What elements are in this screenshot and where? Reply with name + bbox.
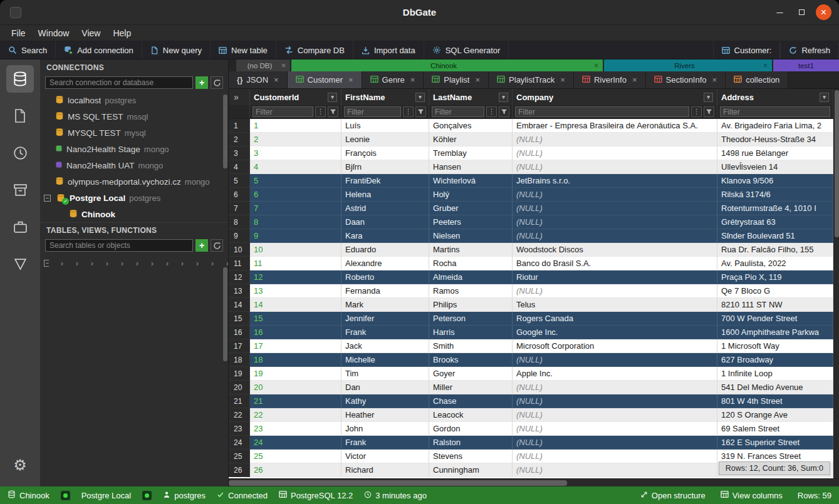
cell-address[interactable]: 1 Microsoft Way bbox=[717, 339, 833, 353]
cell-lastname[interactable]: Chase bbox=[429, 394, 513, 408]
cell-customerid[interactable]: 5 bbox=[250, 174, 341, 188]
db-tab-no-db[interactable]: (no DB)× bbox=[236, 59, 290, 71]
connection-nano2health-stage[interactable]: Nano2Health Stagemongo bbox=[40, 141, 228, 157]
cell-company[interactable]: (NULL) bbox=[513, 353, 717, 367]
table-public-mediatype[interactable]: ›public.MediaType bbox=[154, 255, 169, 271]
connections-scrollbar[interactable] bbox=[223, 95, 227, 168]
cell-firstname[interactable]: Michelle bbox=[341, 353, 429, 367]
cell-firstname[interactable]: Jennifer bbox=[341, 312, 429, 326]
history-icon[interactable] bbox=[6, 139, 34, 167]
filter-menu-lastname[interactable]: ⋮ bbox=[486, 106, 497, 117]
cell-lastname[interactable]: Leacock bbox=[429, 408, 513, 422]
tables-group[interactable]: −Tables (13) bbox=[40, 255, 49, 271]
cell-company[interactable]: Banco do Brasil S.A. bbox=[513, 257, 717, 270]
minimize-button[interactable]: ─ bbox=[772, 4, 788, 20]
cell-address[interactable]: Rilská 3174/6 bbox=[717, 188, 833, 202]
column-header-firstname[interactable]: FirstName▾ bbox=[341, 89, 429, 105]
row-number[interactable]: 5 bbox=[229, 174, 250, 188]
column-header-company[interactable]: Company▾ bbox=[513, 89, 717, 105]
cell-lastname[interactable]: Cunningham bbox=[429, 463, 513, 477]
chevron-right-icon[interactable]: › bbox=[194, 259, 199, 268]
archive-icon[interactable] bbox=[6, 176, 34, 203]
cell-lastname[interactable]: Wichterlová bbox=[429, 174, 513, 188]
cell-company[interactable]: (NULL) bbox=[513, 133, 717, 147]
cell-address[interactable]: 1 Infinite Loop bbox=[717, 367, 833, 381]
menu-view[interactable]: View bbox=[75, 27, 107, 39]
cell-address[interactable]: 1498 rue Bélanger bbox=[717, 147, 833, 160]
table-public-employee[interactable]: ›public.Employee bbox=[94, 255, 109, 271]
cell-customerid[interactable]: 23 bbox=[250, 422, 341, 436]
cell-company[interactable]: (NULL) bbox=[513, 284, 717, 298]
connection-localhost[interactable]: localhostpostgres bbox=[40, 92, 228, 108]
horizontal-scrollbar-thumb[interactable] bbox=[229, 480, 567, 486]
cell-company[interactable]: (NULL) bbox=[513, 160, 717, 174]
filter-menu-customerid[interactable]: ⋮ bbox=[315, 106, 326, 117]
toolbar-add-connection-button[interactable]: Add connection bbox=[56, 41, 142, 59]
cell-lastname[interactable]: Martins bbox=[429, 243, 513, 257]
row-number[interactable]: 17 bbox=[229, 339, 250, 353]
cell-company[interactable]: JetBrains s.r.o. bbox=[513, 174, 717, 188]
status-current-user[interactable]: postgres bbox=[163, 491, 206, 500]
status-open-structure[interactable]: Open structure bbox=[640, 491, 706, 500]
chevron-right-icon[interactable]: › bbox=[209, 259, 214, 268]
cell-lastname[interactable]: Gruber bbox=[429, 202, 513, 215]
cell-firstname[interactable]: Alexandre bbox=[341, 257, 429, 270]
close-tab-icon[interactable]: × bbox=[632, 75, 637, 85]
cell-company[interactable]: (NULL) bbox=[513, 450, 717, 463]
chevron-right-icon[interactable]: › bbox=[74, 259, 79, 268]
cell-address[interactable]: 8210 111 ST NW bbox=[717, 298, 833, 312]
cell-firstname[interactable]: Fernanda bbox=[341, 284, 429, 298]
status-current-database[interactable]: Chinook bbox=[8, 490, 50, 500]
cell-address[interactable]: 541 Del Medio Avenue bbox=[717, 381, 833, 394]
db-tab-rivers[interactable]: Rivers× bbox=[604, 59, 772, 71]
column-dropdown-firstname[interactable]: ▾ bbox=[415, 93, 425, 102]
table-public-invoice[interactable]: ›public.Invoice bbox=[124, 255, 139, 271]
expand-columns-button[interactable]: » bbox=[229, 89, 250, 105]
cell-lastname[interactable]: Peeters bbox=[429, 215, 513, 229]
row-number[interactable]: 7 bbox=[229, 202, 250, 215]
filter-menu-company[interactable]: ⋮ bbox=[691, 106, 702, 117]
cell-lastname[interactable]: Gordon bbox=[429, 422, 513, 436]
close-tab-icon[interactable]: × bbox=[763, 61, 768, 70]
cell-lastname[interactable]: Philips bbox=[429, 298, 513, 312]
cell-address[interactable]: Theodor-Heuss-Straße 34 bbox=[717, 133, 833, 147]
connection-mysql-test[interactable]: MYSQL TESTmysql bbox=[40, 125, 228, 141]
cell-firstname[interactable]: Eduardo bbox=[341, 243, 429, 257]
cell-address[interactable]: 1600 Amphitheatre Parkwa bbox=[717, 326, 833, 339]
status-view-columns[interactable]: View columns bbox=[721, 490, 783, 500]
status-connection-state[interactable]: Connected bbox=[217, 491, 268, 500]
cell-customerid[interactable]: 8 bbox=[250, 215, 341, 229]
toolbar-refresh-button[interactable]: Refresh bbox=[780, 41, 839, 59]
cell-lastname[interactable]: Tremblay bbox=[429, 147, 513, 160]
row-number[interactable]: 13 bbox=[229, 284, 250, 298]
cell-customerid[interactable]: 13 bbox=[250, 284, 341, 298]
tab-collection[interactable]: collection bbox=[726, 71, 788, 88]
cell-company[interactable]: (NULL) bbox=[513, 408, 717, 422]
collapse-icon[interactable]: − bbox=[44, 195, 51, 202]
cell-address[interactable]: Grétrystraat 63 bbox=[717, 215, 833, 229]
cell-lastname[interactable]: Rocha bbox=[429, 257, 513, 270]
close-tab-icon[interactable]: × bbox=[594, 61, 598, 70]
refresh-tables-button[interactable] bbox=[211, 239, 223, 252]
cell-firstname[interactable]: Daan bbox=[341, 215, 429, 229]
column-dropdown-lastname[interactable]: ▾ bbox=[499, 93, 508, 102]
status-last-refresh[interactable]: 3 minutes ago bbox=[364, 491, 427, 500]
vertical-scrollbar-thumb[interactable] bbox=[835, 90, 839, 237]
cell-address[interactable]: Praça Pio X, 119 bbox=[717, 270, 833, 284]
filter-funnel-company[interactable] bbox=[704, 106, 714, 117]
cell-lastname[interactable]: Harris bbox=[429, 326, 513, 339]
table-public-playlist[interactable]: ›public.Playlist bbox=[169, 255, 184, 271]
chevron-right-icon[interactable]: › bbox=[59, 259, 64, 268]
database-chinook[interactable]: Chinook bbox=[40, 206, 228, 222]
row-number[interactable]: 2 bbox=[229, 133, 250, 147]
row-number[interactable]: 18 bbox=[229, 353, 250, 367]
cell-address[interactable]: 162 E Superior Street bbox=[717, 436, 833, 450]
filter-input-firstname[interactable] bbox=[344, 106, 401, 117]
status-connection-status-indicator[interactable] bbox=[142, 491, 152, 500]
cell-lastname[interactable]: Smith bbox=[429, 339, 513, 353]
toolbar-import-data-button[interactable]: Import data bbox=[353, 41, 424, 59]
cell-firstname[interactable]: Heather bbox=[341, 408, 429, 422]
row-number[interactable]: 23 bbox=[229, 422, 250, 436]
cell-customerid[interactable]: 4 bbox=[250, 160, 341, 174]
connection-nano2health-uat[interactable]: Nano2Health UATmongo bbox=[40, 157, 228, 173]
